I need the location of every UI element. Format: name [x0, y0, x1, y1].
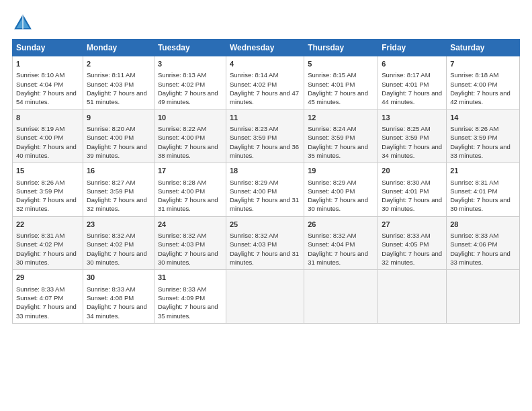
sunset-text: Sunset: 4:00 PM: [158, 134, 205, 141]
header-cell-thursday: Thursday: [304, 40, 378, 56]
day-number: 15: [16, 166, 79, 176]
day-number: 13: [382, 113, 443, 123]
daylight-text: Daylight: 7 hours and 38 minutes.: [158, 143, 218, 159]
day-number: 23: [87, 220, 150, 230]
daylight-text: Daylight: 7 hours and 42 minutes.: [450, 89, 511, 105]
calendar-row-5: 29Sunrise: 8:33 AMSunset: 4:07 PMDayligh…: [13, 270, 520, 324]
sunrise-text: Sunrise: 8:14 AM: [230, 71, 278, 79]
sunset-text: Sunset: 4:03 PM: [158, 240, 205, 248]
calendar-cell: [226, 270, 304, 324]
calendar-cell: 29Sunrise: 8:33 AMSunset: 4:07 PMDayligh…: [13, 270, 83, 324]
day-number: 30: [87, 273, 150, 283]
sunrise-text: Sunrise: 8:32 AM: [230, 232, 278, 239]
day-number: 19: [308, 166, 374, 176]
daylight-text: Daylight: 7 hours and 30 minutes.: [16, 250, 77, 266]
sunrise-text: Sunrise: 8:18 AM: [450, 71, 498, 79]
calendar-cell: 7Sunrise: 8:18 AMSunset: 4:00 PMDaylight…: [447, 56, 520, 110]
calendar-row-4: 22Sunrise: 8:31 AMSunset: 4:02 PMDayligh…: [13, 216, 520, 270]
header-cell-wednesday: Wednesday: [226, 40, 304, 56]
sunrise-text: Sunrise: 8:27 AM: [87, 179, 135, 186]
calendar-cell: 11Sunrise: 8:23 AMSunset: 3:59 PMDayligh…: [226, 109, 304, 163]
sunrise-text: Sunrise: 8:22 AM: [158, 125, 206, 132]
daylight-text: Daylight: 7 hours and 30 minutes.: [450, 196, 511, 212]
sunset-text: Sunset: 4:04 PM: [16, 81, 63, 88]
day-number: 4: [230, 59, 300, 69]
daylight-text: Daylight: 7 hours and 30 minutes.: [87, 250, 147, 266]
sunrise-text: Sunrise: 8:25 AM: [382, 125, 430, 132]
sunrise-text: Sunrise: 8:26 AM: [450, 125, 498, 132]
day-number: 18: [230, 166, 300, 176]
daylight-text: Daylight: 7 hours and 31 minutes.: [158, 196, 218, 212]
daylight-text: Daylight: 7 hours and 47 minutes.: [230, 89, 299, 105]
daylight-text: Daylight: 7 hours and 33 minutes.: [450, 250, 511, 266]
day-number: 12: [308, 113, 374, 123]
day-number: 8: [16, 113, 79, 123]
day-number: 7: [450, 59, 516, 69]
calendar-cell: 10Sunrise: 8:22 AMSunset: 4:00 PMDayligh…: [154, 109, 226, 163]
daylight-text: Daylight: 7 hours and 31 minutes.: [230, 250, 299, 266]
logo: [12, 12, 38, 34]
sunset-text: Sunset: 3:59 PM: [230, 134, 277, 141]
sunrise-text: Sunrise: 8:29 AM: [230, 179, 278, 186]
sunrise-text: Sunrise: 8:19 AM: [16, 125, 64, 132]
day-number: 5: [308, 59, 374, 69]
daylight-text: Daylight: 7 hours and 30 minutes.: [308, 196, 368, 212]
calendar-cell: 1Sunrise: 8:10 AMSunset: 4:04 PMDaylight…: [13, 56, 83, 110]
header-cell-monday: Monday: [83, 40, 154, 56]
sunrise-text: Sunrise: 8:13 AM: [158, 71, 206, 79]
sunset-text: Sunset: 4:06 PM: [450, 240, 497, 248]
calendar-cell: 25Sunrise: 8:32 AMSunset: 4:03 PMDayligh…: [226, 216, 304, 270]
day-number: 28: [450, 220, 516, 230]
calendar-cell: 27Sunrise: 8:33 AMSunset: 4:05 PMDayligh…: [378, 216, 447, 270]
calendar-cell: 31Sunrise: 8:33 AMSunset: 4:09 PMDayligh…: [154, 270, 226, 324]
sunrise-text: Sunrise: 8:30 AM: [382, 179, 430, 186]
sunset-text: Sunset: 4:03 PM: [87, 81, 134, 88]
sunset-text: Sunset: 4:02 PM: [87, 240, 134, 248]
sunrise-text: Sunrise: 8:10 AM: [16, 71, 64, 79]
sunrise-text: Sunrise: 8:31 AM: [450, 179, 498, 186]
sunrise-text: Sunrise: 8:15 AM: [308, 71, 356, 79]
daylight-text: Daylight: 7 hours and 40 minutes.: [16, 143, 77, 159]
sunrise-text: Sunrise: 8:33 AM: [87, 285, 135, 293]
sunrise-text: Sunrise: 8:17 AM: [382, 71, 430, 79]
calendar-cell: 14Sunrise: 8:26 AMSunset: 3:59 PMDayligh…: [447, 109, 520, 163]
sunrise-text: Sunrise: 8:20 AM: [87, 125, 135, 132]
calendar-cell: 5Sunrise: 8:15 AMSunset: 4:01 PMDaylight…: [304, 56, 378, 110]
sunset-text: Sunset: 4:04 PM: [308, 240, 355, 248]
day-number: 9: [87, 113, 150, 123]
sunset-text: Sunset: 4:03 PM: [230, 240, 277, 248]
sunset-text: Sunset: 3:59 PM: [87, 187, 134, 195]
daylight-text: Daylight: 7 hours and 39 minutes.: [87, 143, 147, 159]
daylight-text: Daylight: 7 hours and 54 minutes.: [16, 89, 77, 105]
sunset-text: Sunset: 3:59 PM: [16, 187, 63, 195]
calendar-cell: 19Sunrise: 8:29 AMSunset: 4:00 PMDayligh…: [304, 163, 378, 217]
calendar-cell: 9Sunrise: 8:20 AMSunset: 4:00 PMDaylight…: [83, 109, 154, 163]
sunset-text: Sunset: 4:01 PM: [382, 187, 429, 195]
day-number: 11: [230, 113, 300, 123]
sunrise-text: Sunrise: 8:26 AM: [16, 179, 64, 186]
sunset-text: Sunset: 4:01 PM: [382, 81, 429, 88]
sunset-text: Sunset: 4:00 PM: [230, 187, 277, 195]
daylight-text: Daylight: 7 hours and 32 minutes.: [382, 250, 442, 266]
calendar-cell: 15Sunrise: 8:26 AMSunset: 3:59 PMDayligh…: [13, 163, 83, 217]
calendar-cell: 30Sunrise: 8:33 AMSunset: 4:08 PMDayligh…: [83, 270, 154, 324]
calendar-cell: [447, 270, 520, 324]
sunrise-text: Sunrise: 8:32 AM: [87, 232, 135, 239]
day-number: 21: [450, 166, 516, 176]
daylight-text: Daylight: 7 hours and 34 minutes.: [382, 143, 442, 159]
day-number: 25: [230, 220, 300, 230]
sunset-text: Sunset: 4:00 PM: [450, 81, 497, 88]
calendar-cell: 18Sunrise: 8:29 AMSunset: 4:00 PMDayligh…: [226, 163, 304, 217]
sunset-text: Sunset: 4:09 PM: [158, 294, 205, 302]
calendar-cell: 6Sunrise: 8:17 AMSunset: 4:01 PMDaylight…: [378, 56, 447, 110]
day-number: 26: [308, 220, 374, 230]
sunrise-text: Sunrise: 8:33 AM: [158, 285, 206, 293]
sunset-text: Sunset: 3:59 PM: [382, 134, 429, 141]
daylight-text: Daylight: 7 hours and 49 minutes.: [158, 89, 218, 105]
calendar-cell: 17Sunrise: 8:28 AMSunset: 4:00 PMDayligh…: [154, 163, 226, 217]
day-number: 16: [87, 166, 150, 176]
page: SundayMondayTuesdayWednesdayThursdayFrid…: [0, 0, 532, 411]
sunrise-text: Sunrise: 8:32 AM: [158, 232, 206, 239]
calendar-cell: 23Sunrise: 8:32 AMSunset: 4:02 PMDayligh…: [83, 216, 154, 270]
daylight-text: Daylight: 7 hours and 35 minutes.: [308, 143, 368, 159]
